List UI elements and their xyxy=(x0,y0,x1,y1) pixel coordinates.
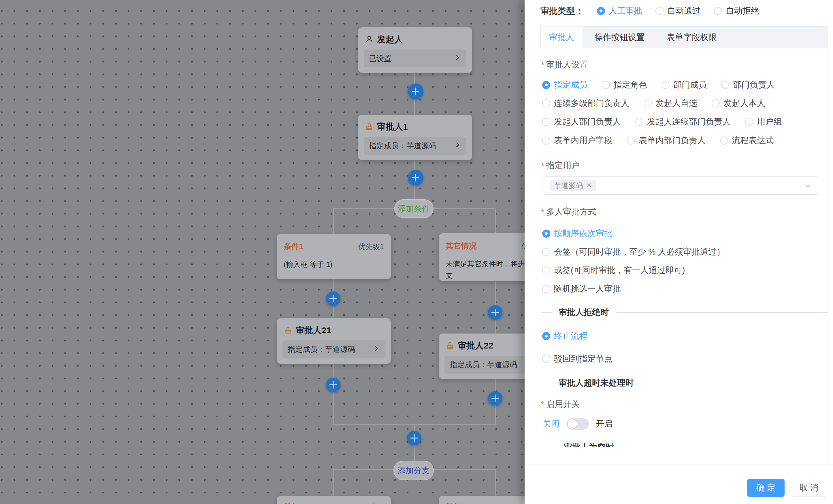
enable-toggle[interactable] xyxy=(566,418,589,430)
radio-starter-multi-dept-leader[interactable]: 发起人连续部门负责人 xyxy=(635,116,731,128)
radio-icon xyxy=(542,99,550,107)
node-config-row[interactable]: 指定成员：芋道源码 xyxy=(283,341,385,358)
condition1-node[interactable]: 条件1 优先级1 (输入框 等于 1) xyxy=(277,234,391,279)
radio-countersign[interactable]: 会签（可同时审批，至少 % 人必须审批通过） xyxy=(542,246,725,258)
radio-orsign[interactable]: 或签(可同时审批，有一人通过即可) xyxy=(542,265,685,276)
node-title: 发起人 xyxy=(377,34,403,46)
radio-multi-level-dept-leader[interactable]: 连续多级部门负责人 xyxy=(542,98,629,109)
timeout-section-title: 审批人超时未处理时 xyxy=(558,377,634,389)
scrollbar-track[interactable] xyxy=(828,26,828,464)
radio-icon xyxy=(644,99,652,107)
parallel1-node[interactable]: 并行1 无优先级 xyxy=(277,496,391,504)
condition-title: 其它情况 xyxy=(446,241,477,251)
radio-auto-approve[interactable]: 自动通过 xyxy=(656,5,701,17)
tab-label: 表单字段权限 xyxy=(667,32,717,43)
radio-sequential-approval[interactable]: 按顺序依次审批 xyxy=(542,228,613,239)
radio-icon xyxy=(542,355,550,363)
tab-approver[interactable]: 审批人 xyxy=(541,26,583,48)
node-config-row[interactable]: 已设置 xyxy=(364,50,466,68)
required-asterisk: * xyxy=(541,400,544,409)
add-node-button[interactable] xyxy=(408,170,423,185)
start-node[interactable]: 发起人 已设置 xyxy=(358,27,472,73)
radio-icon xyxy=(542,136,550,145)
radio-label: 人工审批 xyxy=(609,5,642,17)
radio-random-one[interactable]: 随机挑选一人审批 xyxy=(542,283,621,295)
user-icon xyxy=(365,35,374,45)
add-node-button[interactable] xyxy=(326,292,340,306)
radio-icon xyxy=(542,81,550,89)
enable-switch-row: 关闭 开启 xyxy=(543,418,613,430)
approver21-node[interactable]: 审批人21 指定成员：芋道源码 xyxy=(277,318,391,364)
tag-close-icon[interactable]: ✕ xyxy=(587,182,592,189)
radio-icon xyxy=(635,118,643,126)
approver-setting-row4: 表单内用户字段 表单内部门负责人 流程表达式 xyxy=(542,135,774,146)
cancel-button[interactable]: 取 消 xyxy=(791,479,827,497)
condition-else-node[interactable]: 其它情况 优先级2 未满足其它条件时，将进入此分支 xyxy=(439,233,525,281)
radio-starter-self[interactable]: 发起人本人 xyxy=(712,98,765,109)
switch-on-label: 开启 xyxy=(596,418,613,430)
node-config-row[interactable]: 指定成员：芋道源码 xyxy=(445,356,525,374)
approver-setting-row2: 连续多级部门负责人 发起人自选 发起人本人 xyxy=(542,98,765,109)
approver1-node[interactable]: 审批人1 指定成员：芋道源码 xyxy=(358,115,472,160)
add-node-button[interactable] xyxy=(326,378,340,392)
assigned-user-select[interactable]: 芋道源码 ✕ xyxy=(544,176,819,195)
user-tag[interactable]: 芋道源码 ✕ xyxy=(550,180,596,191)
radio-starter-dept-leader[interactable]: 发起人部门负责人 xyxy=(542,116,621,128)
radio-label: 自动通过 xyxy=(667,5,701,17)
node-config-text: 指定成员：芋道源码 xyxy=(288,345,355,355)
radio-icon xyxy=(542,285,550,293)
tab-action-buttons[interactable]: 操作按钮设置 xyxy=(583,26,656,48)
app-root: 发起人 已设置 审批人1 指定成员：芋道源码 xyxy=(0,0,833,504)
connector-line xyxy=(333,364,334,425)
approver-setting-label: * 审批人设置 xyxy=(541,59,588,71)
radio-dept-member[interactable]: 部门成员 xyxy=(662,79,707,91)
radio-dept-leader[interactable]: 部门负责人 xyxy=(721,79,775,91)
add-branch-label: 添加分支 xyxy=(398,465,430,476)
node-title: 审批人21 xyxy=(296,325,331,336)
condition-title: 并行1 xyxy=(284,502,304,504)
condition-title: 条件1 xyxy=(284,241,304,252)
multi-mode-label: * 多人审批方式 xyxy=(541,206,596,218)
add-condition-button[interactable]: 添加条件 xyxy=(394,199,433,218)
tab-label: 操作按钮设置 xyxy=(595,32,645,43)
condition-title: 并行2 xyxy=(446,502,466,504)
radio-icon xyxy=(714,7,722,15)
radio-icon xyxy=(720,136,728,145)
radio-icon xyxy=(721,81,729,89)
tab-form-permissions[interactable]: 表单字段权限 xyxy=(656,26,727,48)
flow-canvas[interactable]: 发起人 已设置 审批人1 指定成员：芋道源码 xyxy=(0,0,525,504)
radio-process-expression[interactable]: 流程表达式 xyxy=(720,135,774,146)
enable-switch-label: * 启用开关 xyxy=(541,399,580,410)
parallel2-node[interactable]: 并行2 无优先级 xyxy=(439,496,525,504)
radio-icon xyxy=(662,81,670,89)
approval-type-label: 审批类型： xyxy=(541,5,584,17)
confirm-button[interactable]: 确 定 xyxy=(747,479,785,497)
divider-dash xyxy=(542,383,552,383)
add-node-button[interactable] xyxy=(488,305,502,320)
add-condition-label: 添加条件 xyxy=(398,203,430,214)
add-node-button[interactable] xyxy=(408,83,423,99)
approver22-node[interactable]: 审批人22 指定成员：芋道源码 xyxy=(439,333,525,379)
radio-manual-approval[interactable]: 人工审批 xyxy=(597,5,642,17)
radio-form-dept-leader[interactable]: 表单内部门负责人 xyxy=(627,135,706,146)
required-asterisk: * xyxy=(541,207,544,217)
radio-auto-reject[interactable]: 自动拒绝 xyxy=(714,5,759,17)
radio-terminate-process[interactable]: 终止流程 xyxy=(542,330,588,342)
add-node-button[interactable] xyxy=(407,431,421,445)
tab-bar: 审批人 操作按钮设置 表单字段权限 xyxy=(541,26,828,48)
node-title: 审批人1 xyxy=(377,121,408,133)
radio-icon xyxy=(542,267,550,275)
node-config-row[interactable]: 指定成员：芋道源码 xyxy=(364,137,466,155)
radio-designated-role[interactable]: 指定角色 xyxy=(602,79,647,91)
approver-setting-row3: 发起人部门负责人 发起人连续部门负责人 用户组 xyxy=(542,116,782,128)
radio-starter-self-select[interactable]: 发起人自选 xyxy=(644,98,697,109)
radio-user-group[interactable]: 用户组 xyxy=(745,116,782,128)
radio-form-user-field[interactable]: 表单内用户字段 xyxy=(542,135,613,146)
add-branch-button[interactable]: 添加分支 xyxy=(394,461,434,480)
condition-expression: (输入框 等于 1) xyxy=(284,259,384,270)
radio-designated-member[interactable]: 指定成员 xyxy=(542,79,588,91)
connector-line xyxy=(333,208,334,234)
condition-priority: 优先级1 xyxy=(358,242,384,251)
add-node-button[interactable] xyxy=(488,391,502,405)
radio-return-to-node[interactable]: 驳回到指定节点 xyxy=(542,353,613,364)
